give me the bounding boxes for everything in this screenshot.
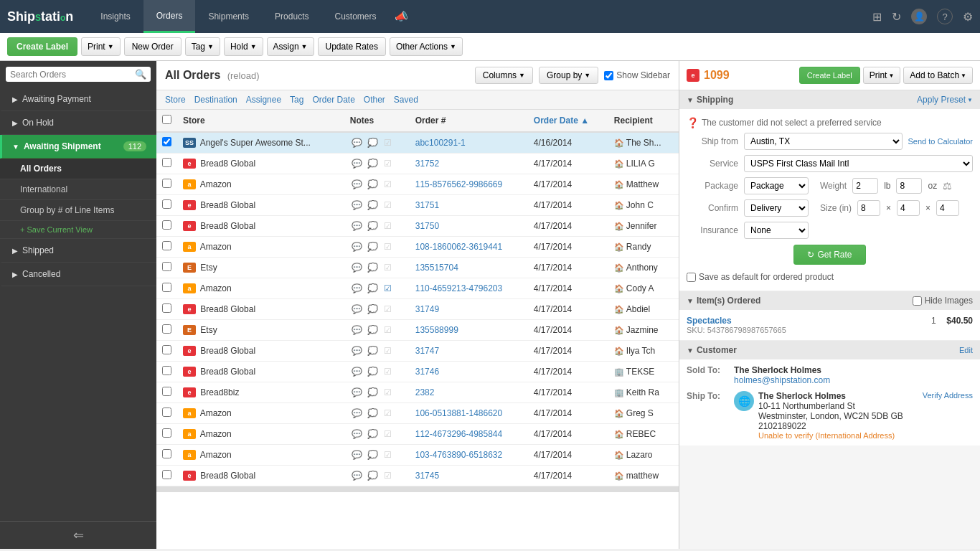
- row-checkbox[interactable]: [156, 258, 177, 278]
- help-icon[interactable]: ?: [937, 9, 953, 24]
- check-icon[interactable]: ☑: [384, 346, 392, 356]
- table-row[interactable]: a Amazon 💬 💭 ☑ 108-1860062-3619441 4/17/…: [156, 237, 679, 258]
- comment-icon[interactable]: 💬: [352, 221, 362, 231]
- row-order-num[interactable]: abc100291-1: [410, 132, 528, 154]
- comment-icon[interactable]: 💬: [352, 346, 362, 356]
- scale-icon[interactable]: ⚖: [943, 180, 952, 192]
- weight-lb-input[interactable]: [852, 178, 878, 194]
- select-all-checkbox[interactable]: [162, 115, 171, 124]
- comment-icon[interactable]: 💬: [352, 408, 362, 418]
- settings-icon[interactable]: ⚙: [963, 10, 973, 24]
- row-checkbox[interactable]: [156, 362, 177, 382]
- send-to-calculator-link[interactable]: Send to Calculator: [908, 137, 974, 146]
- sidebar-sub-all-orders[interactable]: All Orders: [0, 159, 156, 179]
- row-order-num[interactable]: 31751: [410, 195, 528, 216]
- row-checkbox[interactable]: [156, 216, 177, 237]
- group-by-button[interactable]: Group by▼: [539, 67, 598, 84]
- row-checkbox[interactable]: [156, 382, 177, 403]
- panel-add-to-batch-button[interactable]: Add to Batch▼: [903, 67, 973, 84]
- weight-oz-input[interactable]: [896, 178, 922, 194]
- hold-button[interactable]: Hold▼: [224, 37, 263, 56]
- row-order-num[interactable]: 115-8576562-9986669: [410, 174, 528, 195]
- sidebar-item-shipped[interactable]: ▶ Shipped: [0, 239, 156, 263]
- table-row[interactable]: e Bread8 Global 💬 💭 ☑ 31751 4/17/2014 🏠J…: [156, 195, 679, 216]
- row-order-num[interactable]: 106-0513881-1486620: [410, 403, 528, 424]
- table-row[interactable]: E Etsy 💬 💭 ☑ 135515704 4/17/2014 🏠Anthon…: [156, 258, 679, 278]
- row-checkbox[interactable]: [156, 424, 177, 445]
- row-order-num[interactable]: 31745: [410, 466, 528, 486]
- item-name[interactable]: Spectacles: [687, 316, 920, 326]
- check-icon[interactable]: ☑: [384, 159, 392, 169]
- row-checkbox[interactable]: [156, 132, 177, 154]
- row-checkbox[interactable]: [156, 195, 177, 216]
- note-icon[interactable]: 💭: [367, 200, 378, 210]
- check-icon[interactable]: ☑: [384, 471, 392, 481]
- note-icon[interactable]: 💭: [367, 242, 378, 252]
- check-icon[interactable]: ☑: [384, 283, 392, 293]
- comment-icon[interactable]: 💬: [352, 242, 362, 252]
- note-icon[interactable]: 💭: [367, 263, 378, 273]
- create-label-button[interactable]: Create Label: [7, 37, 77, 56]
- filter-other[interactable]: Other: [364, 95, 385, 105]
- table-row[interactable]: SS Angel's Super Awesome St... 💬 💭 ☑ abc…: [156, 132, 679, 154]
- filter-order-date[interactable]: Order Date: [312, 95, 354, 105]
- table-row[interactable]: e Bread8 Global 💬 💭 ☑ 31746 4/17/2014 🏢T…: [156, 362, 679, 382]
- note-icon[interactable]: 💭: [367, 325, 378, 335]
- package-select[interactable]: Package: [744, 177, 809, 194]
- row-checkbox[interactable]: [156, 174, 177, 195]
- other-actions-button[interactable]: Other Actions▼: [390, 37, 463, 56]
- row-order-num[interactable]: 103-4763890-6518632: [410, 445, 528, 466]
- note-icon[interactable]: 💭: [367, 283, 378, 293]
- note-icon[interactable]: 💭: [367, 471, 378, 481]
- note-icon[interactable]: 💭: [367, 367, 378, 377]
- row-checkbox[interactable]: [156, 403, 177, 424]
- filter-destination[interactable]: Destination: [194, 95, 237, 105]
- check-icon[interactable]: ☑: [384, 221, 392, 231]
- check-icon[interactable]: ☑: [384, 450, 392, 460]
- new-order-button[interactable]: New Order: [124, 37, 182, 56]
- row-order-num[interactable]: 31752: [410, 154, 528, 174]
- customer-edit-link[interactable]: Edit: [959, 346, 973, 354]
- apply-preset-btn[interactable]: Apply Preset▼: [917, 95, 973, 105]
- comment-icon[interactable]: 💬: [352, 429, 362, 439]
- table-row[interactable]: e Bread8 Global 💬 💭 ☑ 31752 4/17/2014 🏠L…: [156, 154, 679, 174]
- update-rates-button[interactable]: Update Rates: [318, 37, 386, 56]
- items-section-title[interactable]: ▼Item(s) Ordered Hide Images: [679, 291, 980, 310]
- sidebar-sub-group-line-items[interactable]: Group by # of Line Items: [0, 200, 156, 221]
- comment-icon[interactable]: 💬: [352, 450, 362, 460]
- reload-link[interactable]: (reload): [227, 70, 260, 81]
- get-rate-button[interactable]: ↻ Get Rate: [793, 245, 865, 265]
- confirm-select[interactable]: Delivery: [744, 199, 809, 217]
- table-row[interactable]: a Amazon 💬 💭 ☑ 106-0513881-1486620 4/17/…: [156, 403, 679, 424]
- check-icon[interactable]: ☑: [384, 263, 392, 273]
- tag-button[interactable]: Tag▼: [185, 37, 220, 56]
- row-order-num[interactable]: 31747: [410, 341, 528, 362]
- row-checkbox[interactable]: [156, 320, 177, 341]
- filter-store[interactable]: Store: [165, 95, 186, 105]
- table-row[interactable]: e Bread8 Global 💬 💭 ☑ 31749 4/17/2014 🏠A…: [156, 299, 679, 320]
- row-order-num[interactable]: 2382: [410, 382, 528, 403]
- note-icon[interactable]: 💭: [367, 387, 378, 397]
- note-icon[interactable]: 💭: [367, 221, 378, 231]
- row-checkbox[interactable]: [156, 341, 177, 362]
- show-sidebar-toggle[interactable]: Show Sidebar: [604, 70, 670, 80]
- save-default-checkbox[interactable]: [687, 273, 696, 282]
- tab-orders[interactable]: Orders: [143, 0, 196, 33]
- size-y-input[interactable]: [897, 200, 920, 216]
- table-row[interactable]: a Amazon 💬 💭 ☑ 112-4673296-4985844 4/17/…: [156, 424, 679, 445]
- comment-icon[interactable]: 💬: [352, 325, 362, 335]
- check-icon[interactable]: ☑: [384, 325, 392, 335]
- ship-from-select[interactable]: Austin, TX: [744, 133, 903, 150]
- tab-products[interactable]: Products: [262, 0, 321, 33]
- size-z-input[interactable]: [936, 200, 959, 216]
- table-row[interactable]: e Bread8 Global 💬 💭 ☑ 31745 4/17/2014 🏠m…: [156, 466, 679, 486]
- panel-create-label-button[interactable]: Create Label: [799, 67, 860, 84]
- table-row[interactable]: e Bread8 Global 💬 💭 ☑ 31750 4/17/2014 🏠J…: [156, 216, 679, 237]
- customer-section-title[interactable]: ▼Customer Edit: [679, 341, 980, 359]
- print-button[interactable]: Print▼: [81, 37, 121, 56]
- user-icon[interactable]: 👤: [911, 9, 927, 24]
- hide-images-toggle[interactable]: Hide Images: [913, 296, 973, 306]
- comment-icon[interactable]: 💬: [352, 304, 362, 314]
- assign-button[interactable]: Assign▼: [267, 37, 314, 56]
- comment-icon[interactable]: 💬: [352, 200, 362, 210]
